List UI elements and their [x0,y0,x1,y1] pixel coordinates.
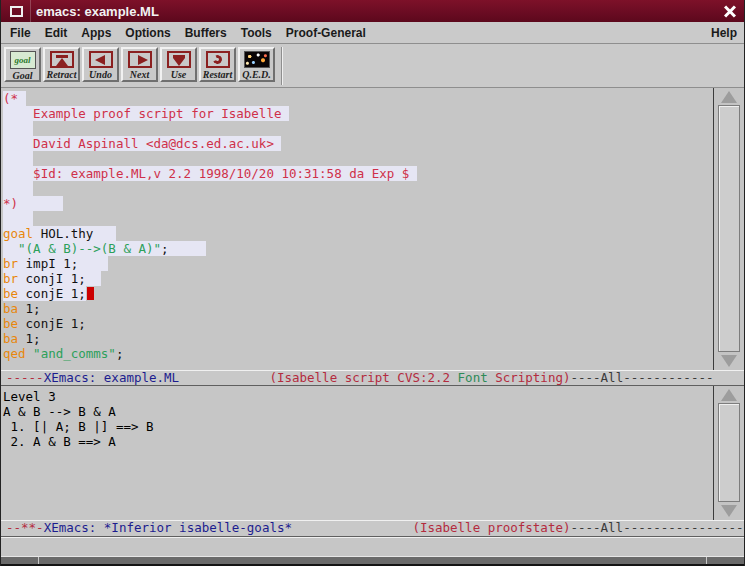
use-icon [167,51,191,68]
toolbar-divider [281,47,282,85]
goals-buffer[interactable]: Level 3A & B --> B & A 1. [| A; B |] ==>… [1,386,713,520]
title-bar: emacs: example.ML [1,0,744,22]
modeline-mode-info: (Isabelle script CVS:2.2 [269,370,457,385]
window-title: emacs: example.ML [36,4,159,19]
window-menu-icon[interactable] [10,6,23,17]
goals-line: 2. A & B ==> A [3,434,713,449]
code-line: ba 1; [3,301,713,316]
modeline-dashes: ----- [6,370,44,385]
goal-image-icon: goal [10,51,36,69]
menu-proof-general[interactable]: Proof-General [279,23,373,43]
code-line: goal HOL.thy [3,226,713,241]
restart-button[interactable]: Restart [199,47,236,82]
menu-bar: File Edit Apps Options Buffers Tools Pro… [1,22,744,44]
echo-area[interactable] [1,537,744,556]
window-bottom-border [1,556,744,566]
xemacs-window: emacs: example.ML File Edit Apps Options… [0,0,745,566]
modeline-buffer-id: XEmacs: example.ML [44,370,179,385]
code-line: $Id: example.ML,v 2.2 1998/10/20 10:31:5… [3,166,713,181]
goals-scrollbar[interactable] [713,386,744,520]
next-icon [128,51,152,68]
menu-edit[interactable]: Edit [38,23,75,43]
next-button[interactable]: Next [121,47,158,82]
modeline-dashes: --**- [6,520,44,535]
script-scrollbar[interactable] [713,88,744,370]
code-line: (* [3,91,713,106]
code-line [3,181,713,196]
goals-line: 1. [| A; B |] ==> B [3,419,713,434]
scrollbar-thumb[interactable] [718,105,740,352]
border-handle-divider [706,557,707,564]
retract-icon [50,51,74,68]
undo-button[interactable]: Undo [82,47,119,82]
scroll-up-icon[interactable] [721,91,737,103]
restart-icon [206,51,230,68]
menu-tools[interactable]: Tools [234,23,279,43]
code-line [3,211,713,226]
close-icon[interactable] [722,3,738,19]
code-line: be conjE 1; [3,316,713,331]
use-button[interactable]: Use [160,47,197,82]
scroll-up-icon[interactable] [721,389,737,401]
code-line [3,151,713,166]
tool-bar: goal Goal Retract Undo Next Use Restart … [1,44,744,88]
menu-file[interactable]: File [3,23,38,43]
menu-buffers[interactable]: Buffers [178,23,234,43]
code-line [3,121,713,136]
modeline-position: ----All------------------- [570,520,744,535]
code-line: br conjI 1; [3,271,713,286]
script-buffer[interactable]: (* Example proof script for Isabelle Dav… [1,88,713,370]
menu-apps[interactable]: Apps [74,23,118,43]
script-window: (* Example proof script for Isabelle Dav… [1,88,744,370]
code-line: ba 1; [3,331,713,346]
code-line: br impI 1; [3,256,713,271]
script-modeline: -----XEmacs: example.ML (Isabelle script… [1,370,744,386]
code-line: *) [3,196,713,211]
qed-button[interactable]: Q.E.D. [238,47,275,82]
goals-window: Level 3A & B --> B & A 1. [| A; B |] ==>… [1,386,744,520]
goals-line: Level 3 [3,389,713,404]
undo-icon [89,51,113,68]
goals-modeline: --**-XEmacs: *Inferior isabelle-goals* (… [1,520,744,537]
code-line: be conjE 1; [3,286,713,301]
menu-help[interactable]: Help [704,23,744,43]
scrollbar-thumb[interactable] [718,403,740,502]
border-handle-divider [38,557,39,564]
retract-button[interactable]: Retract [43,47,80,82]
code-line: Example proof script for Isabelle [3,106,713,121]
qed-image-icon [244,51,270,68]
modeline-position: ----All------------ [570,370,713,385]
titlebar-separator [30,0,31,22]
modeline-mode-info: (Isabelle proofstate) [412,520,570,535]
code-line: qed "and_comms"; [3,346,713,361]
text-cursor [87,287,94,300]
modeline-font-mode: Font [458,370,488,385]
goals-line: A & B --> B & A [3,404,713,419]
modeline-buffer-id: XEmacs: *Inferior isabelle-goals* [44,520,292,535]
code-line: "(A & B)-->(B & A)"; [3,241,713,256]
menu-options[interactable]: Options [118,23,177,43]
goal-button[interactable]: goal Goal [4,47,41,82]
scroll-down-icon[interactable] [721,505,737,517]
code-line: David Aspinall <da@dcs.ed.ac.uk> [3,136,713,151]
scroll-down-icon[interactable] [721,355,737,367]
